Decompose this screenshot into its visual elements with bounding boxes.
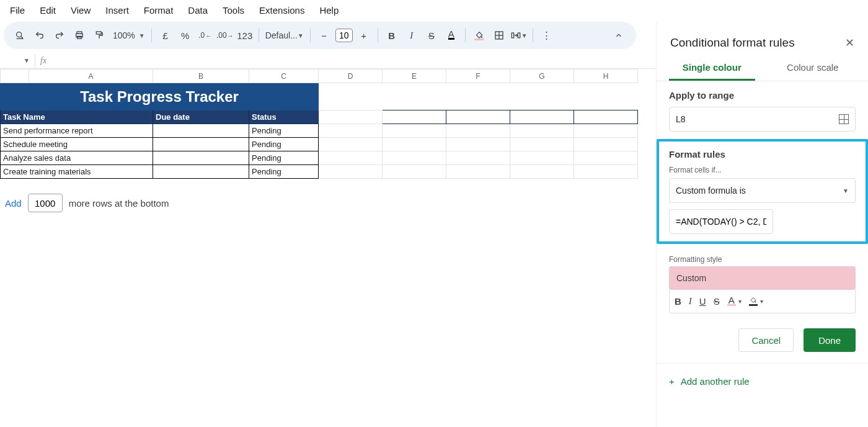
toolbar-separator <box>259 29 259 42</box>
font-size-input[interactable] <box>335 29 353 42</box>
style-fill-color[interactable]: ▾ <box>749 297 763 306</box>
cell-status[interactable]: Pending <box>249 138 319 151</box>
text-color-button[interactable]: A <box>443 27 460 44</box>
col-header[interactable]: H <box>574 70 638 83</box>
cancel-button[interactable]: Cancel <box>738 328 794 352</box>
currency-button[interactable]: £ <box>157 27 174 44</box>
percent-button[interactable]: % <box>177 27 194 44</box>
select-all-cell[interactable] <box>1 70 29 83</box>
more-tools-button[interactable]: ⋮ <box>538 27 556 44</box>
close-panel-button[interactable]: ✕ <box>845 36 854 50</box>
increase-decimal-button[interactable]: .00→ <box>216 27 234 44</box>
chevron-down-icon: ▾ <box>738 298 742 305</box>
style-bold[interactable]: B <box>675 296 681 307</box>
condition-select[interactable]: Custom formula is ▼ <box>669 178 856 203</box>
menu-edit[interactable]: Edit <box>33 2 62 18</box>
col-header[interactable]: E <box>383 70 446 83</box>
cell-status[interactable]: Pending <box>249 151 319 165</box>
svg-rect-11 <box>512 33 513 38</box>
cell-due[interactable] <box>153 165 249 179</box>
cell-task[interactable]: Analyze sales data <box>1 151 153 165</box>
range-input[interactable]: L8 <box>669 107 856 132</box>
merge-cells-button[interactable]: ▼ <box>510 27 528 44</box>
borders-button[interactable] <box>490 27 508 44</box>
font-family-select[interactable]: Defaul... ▼ <box>263 30 306 40</box>
print-button[interactable] <box>71 27 88 44</box>
panel-title: Conditional format rules <box>670 36 795 50</box>
chevron-down-icon: ▼ <box>521 32 528 39</box>
bold-button[interactable]: B <box>383 27 401 44</box>
toolbar-separator <box>378 29 378 42</box>
style-text-color[interactable]: A ▾ <box>727 297 742 306</box>
style-strikethrough[interactable]: S <box>714 296 720 307</box>
cell-status[interactable]: Pending <box>249 124 319 138</box>
style-underline[interactable]: U <box>699 296 706 307</box>
menu-insert[interactable]: Insert <box>99 2 135 18</box>
cell-status[interactable]: Pending <box>249 165 319 179</box>
formula-input[interactable] <box>669 209 773 234</box>
menu-extensions[interactable]: Extensions <box>253 2 311 18</box>
cell-due[interactable] <box>153 124 249 138</box>
plus-icon: + <box>669 376 675 387</box>
style-preview[interactable]: Custom <box>669 266 856 290</box>
add-rows-label: more rows at the bottom <box>69 198 169 209</box>
menu-view[interactable]: View <box>64 2 97 18</box>
strikethrough-button[interactable]: S <box>423 27 440 44</box>
cell-due[interactable] <box>153 138 249 151</box>
cell-due[interactable] <box>153 151 249 165</box>
undo-button[interactable] <box>31 27 48 44</box>
font-size-increase[interactable]: + <box>355 27 373 44</box>
decrease-decimal-button[interactable]: .0← <box>197 27 214 44</box>
menu-file[interactable]: File <box>4 2 31 18</box>
menu-format[interactable]: Format <box>138 2 180 18</box>
add-rows-button[interactable]: Add <box>5 198 22 209</box>
header-status[interactable]: Status <box>249 110 319 124</box>
add-rule-label: Add another rule <box>681 376 750 387</box>
fill-color-button[interactable] <box>471 27 488 44</box>
search-menu-button[interactable] <box>11 27 29 44</box>
col-header[interactable]: G <box>510 70 574 83</box>
italic-button[interactable]: I <box>403 27 420 44</box>
svg-point-7 <box>481 36 482 37</box>
name-box[interactable]: ▼ <box>4 57 30 64</box>
svg-rect-12 <box>518 33 520 38</box>
col-header[interactable]: F <box>446 70 510 83</box>
header-due[interactable]: Due date <box>153 110 249 124</box>
select-range-icon[interactable] <box>839 114 849 124</box>
col-header[interactable]: A <box>29 70 153 83</box>
chevron-down-icon: ▾ <box>760 298 763 305</box>
header-task[interactable]: Task Name <box>1 110 153 124</box>
col-header[interactable]: D <box>319 70 383 83</box>
condition-value: Custom formula is <box>676 186 746 196</box>
zoom-select[interactable]: 100% ▼ <box>112 30 145 40</box>
tab-single-colour[interactable]: Single colour <box>669 56 755 81</box>
add-rows-count[interactable] <box>28 194 63 212</box>
col-header[interactable]: B <box>153 70 249 83</box>
number-format-button[interactable]: 123 <box>236 27 254 44</box>
chevron-down-icon: ▼ <box>843 187 849 194</box>
paint-format-button[interactable] <box>91 27 108 44</box>
svg-point-0 <box>17 32 22 37</box>
svg-point-13 <box>755 302 756 303</box>
add-another-rule[interactable]: + Add another rule <box>657 363 868 399</box>
spreadsheet-grid[interactable]: A B C D E F G H Task Progress Tracker Ta… <box>0 69 644 179</box>
tab-colour-scale[interactable]: Colour scale <box>770 56 856 81</box>
done-button[interactable]: Done <box>804 328 856 352</box>
redo-button[interactable] <box>51 27 68 44</box>
toolbar-separator <box>465 29 466 42</box>
toolbar-separator <box>310 29 311 42</box>
sheet-title-cell[interactable]: Task Progress Tracker <box>1 83 319 110</box>
column-headers: A B C D E F G H <box>1 70 638 83</box>
menu-data[interactable]: Data <box>182 2 214 18</box>
collapse-toolbar-button[interactable] <box>610 27 627 44</box>
cell-task[interactable]: Send performance report <box>1 124 153 138</box>
font-size-decrease[interactable]: − <box>316 27 333 44</box>
style-name: Custom <box>676 273 706 283</box>
menu-bar: File Edit View Insert Format Data Tools … <box>0 0 868 18</box>
cell-task[interactable]: Schedule meeting <box>1 138 153 151</box>
menu-help[interactable]: Help <box>313 2 345 18</box>
cell-task[interactable]: Create training materials <box>1 165 153 179</box>
style-italic[interactable]: I <box>689 296 692 307</box>
col-header[interactable]: C <box>249 70 319 83</box>
menu-tools[interactable]: Tools <box>216 2 250 18</box>
